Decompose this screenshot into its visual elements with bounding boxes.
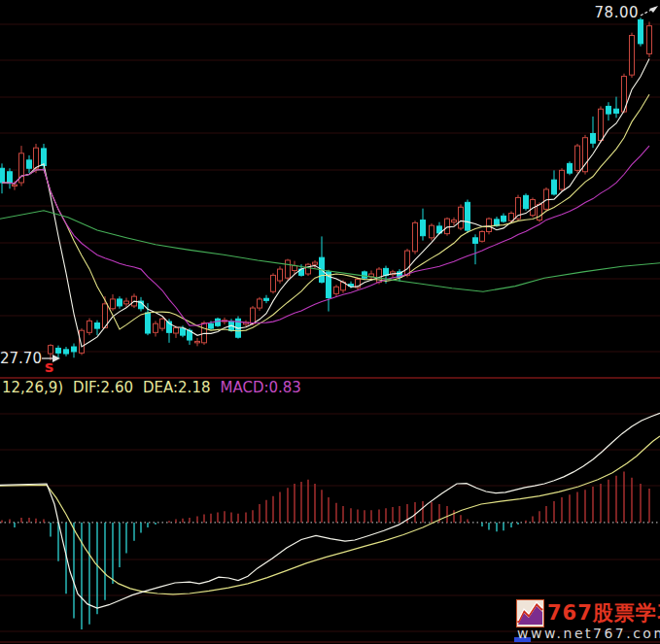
- dif-value-label: DIF:2.60: [73, 379, 133, 396]
- chart-canvas[interactable]: [0, 0, 660, 644]
- dif-line: [0, 413, 660, 608]
- candle-body: [502, 216, 506, 221]
- candle-body: [8, 172, 13, 184]
- candle-body: [459, 207, 464, 228]
- candle-body: [538, 204, 542, 220]
- candle-body: [473, 238, 478, 244]
- macd-params-label: 12,26,9): [2, 379, 63, 396]
- candle-body: [614, 109, 619, 113]
- candle-body: [195, 341, 200, 342]
- candle-body: [430, 225, 434, 238]
- candle-body: [87, 321, 92, 332]
- dea-value-label: DEA:2.18: [143, 379, 210, 396]
- candle-body: [413, 222, 418, 251]
- stock-chart-screen: 78.00 27.70 S 12,26,9)DIF:2.60DEA:2.18MA…: [0, 0, 660, 644]
- sell-marker: S: [45, 360, 53, 375]
- ma20-line: [2, 146, 649, 325]
- candle-body: [560, 170, 565, 189]
- candle-body: [599, 109, 604, 140]
- candle-body: [487, 219, 492, 231]
- candle-body: [363, 272, 367, 278]
- candle-body: [568, 163, 573, 173]
- candle-body: [293, 266, 297, 271]
- macd-indicator-row: 12,26,9)DIF:2.60DEA:2.18MACD:0.83: [2, 379, 311, 396]
- candle-body: [160, 319, 165, 328]
- high-price-label: 78.00: [595, 4, 639, 21]
- candle-body: [174, 327, 179, 333]
- candle-body: [181, 328, 186, 335]
- candle-body: [630, 35, 635, 75]
- candle-body: [95, 322, 100, 328]
- candle-body: [216, 319, 221, 325]
- candle-body: [209, 323, 214, 328]
- candle-body: [306, 264, 311, 274]
- candle-body: [0, 168, 5, 183]
- macd-value-label: MACD:0.83: [220, 379, 300, 396]
- candle-body: [466, 202, 470, 230]
- candle-body: [591, 133, 596, 143]
- candle-body: [286, 260, 291, 278]
- candle-body: [124, 301, 129, 304]
- candle-body: [313, 262, 318, 264]
- candle-body: [34, 148, 39, 168]
- candle-body: [72, 347, 77, 352]
- candle-body: [111, 299, 116, 309]
- candle-body: [452, 220, 457, 222]
- candle-body: [154, 323, 158, 332]
- candle-body: [118, 299, 122, 306]
- candle-body: [509, 214, 514, 221]
- candle-body: [146, 313, 151, 333]
- candle-body: [639, 19, 643, 44]
- candle-body: [27, 160, 32, 168]
- candle-body: [607, 106, 611, 114]
- candle-body: [42, 149, 47, 166]
- candle-body: [271, 275, 276, 291]
- candle-body: [421, 220, 426, 236]
- low-price-label: 27.70: [0, 350, 42, 367]
- candle-body: [552, 180, 557, 194]
- candle-body: [575, 146, 580, 170]
- candle-body: [49, 346, 53, 354]
- candle-body: [480, 231, 485, 241]
- candle-body: [524, 195, 529, 208]
- candle-body: [56, 348, 61, 353]
- watermark-site-name: 767股票学习网: [547, 599, 660, 627]
- candle-body: [334, 287, 339, 293]
- candle-body: [278, 269, 283, 281]
- candle-body: [647, 26, 652, 54]
- candle-body: [445, 219, 450, 233]
- high-arrow-head: [649, 6, 658, 13]
- candle-body: [405, 251, 410, 275]
- ma5-line: [2, 59, 649, 347]
- candle-body: [13, 185, 17, 186]
- candle-body: [251, 308, 256, 323]
- dea-line: [0, 436, 660, 594]
- candle-body: [258, 299, 262, 308]
- candle-body: [64, 350, 69, 354]
- candle-body: [495, 220, 500, 225]
- candle-body: [264, 298, 269, 300]
- candle-body: [202, 322, 207, 342]
- zigzag-chart-icon: [516, 599, 544, 627]
- watermark-site-url: www.net767.com: [517, 626, 660, 641]
